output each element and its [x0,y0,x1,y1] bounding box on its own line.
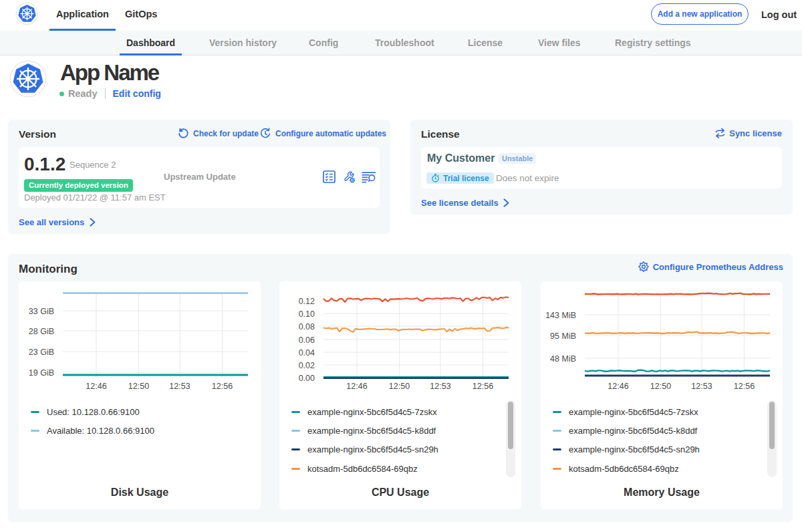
svg-text:0.02: 0.02 [299,361,315,370]
svg-text:12:46: 12:46 [86,382,106,391]
svg-text:0.00: 0.00 [299,374,315,383]
svg-text:0.12: 0.12 [299,297,315,306]
svg-text:143 MiB: 143 MiB [545,311,576,320]
svg-text:0.08: 0.08 [299,322,315,331]
svg-text:12:46: 12:46 [346,382,367,391]
svg-text:12:56: 12:56 [473,382,493,391]
svg-text:95 MiB: 95 MiB [550,331,576,341]
svg-text:19 GiB: 19 GiB [29,368,54,378]
svg-text:12:50: 12:50 [389,382,410,391]
svg-text:48 MiB: 48 MiB [550,354,576,364]
svg-text:12:50: 12:50 [650,382,671,391]
svg-text:12:56: 12:56 [734,382,755,391]
svg-text:0.10: 0.10 [299,309,315,319]
svg-text:12:53: 12:53 [169,382,190,391]
svg-text:0.06: 0.06 [299,336,315,345]
svg-text:12:50: 12:50 [128,382,149,391]
svg-text:33 GiB: 33 GiB [29,307,54,316]
svg-text:0.04: 0.04 [299,348,315,358]
svg-text:28 GiB: 28 GiB [29,327,54,336]
svg-text:12:53: 12:53 [430,382,450,391]
svg-text:12:56: 12:56 [212,382,233,391]
svg-text:23 GiB: 23 GiB [29,348,54,357]
svg-text:12:53: 12:53 [691,382,712,391]
svg-text:12:46: 12:46 [608,382,628,391]
